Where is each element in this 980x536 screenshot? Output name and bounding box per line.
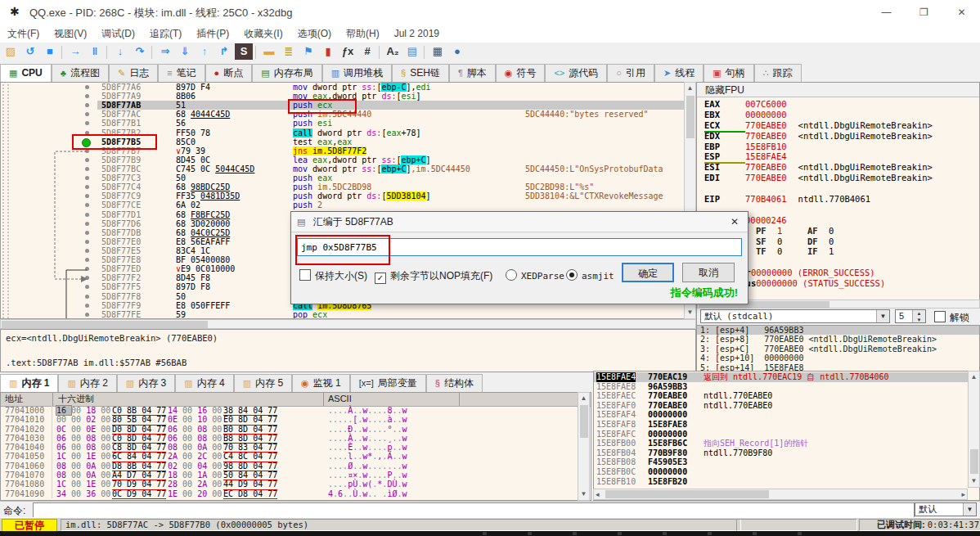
tab-threads[interactable]: ➤线程 — [654, 64, 704, 82]
function-icon[interactable]: ƒx — [339, 43, 357, 60]
stack-hscrollbar[interactable]: ◂ ▸ — [593, 489, 968, 500]
tab-breakpoints[interactable]: ●断点 — [205, 64, 253, 82]
memory-row[interactable]: 770410801C 00 1E 0070 D9 04 7728 00 2A 0… — [1, 480, 591, 489]
animate-into-icon[interactable]: ⇓ — [176, 43, 194, 60]
tab-memory-map[interactable]: ▤内存布局 — [252, 64, 321, 82]
strings-icon[interactable]: S — [235, 43, 253, 60]
tab-watch-1[interactable]: ◉监视 1 — [292, 374, 350, 392]
memory-row[interactable]: 770410501C 00 1E 006C 84 04 772A 00 2C 0… — [1, 452, 591, 461]
stack-row[interactable]: 15E8FB0015E8FB6C指向SEH_Record[1]的指针 — [594, 439, 979, 448]
close-button[interactable]: ✕ — [943, 0, 980, 25]
stepper-arrows-icon[interactable]: ▲▼ — [912, 310, 925, 322]
hash-icon[interactable]: # — [358, 43, 376, 60]
stack-row[interactable]: 15E8FAF0770EABE0ntdll.770EABE0 — [594, 401, 979, 411]
memory-dump-panel[interactable]: 地址 十六进制 ASCII 7704100016 00 18 00C0 8B 0… — [0, 392, 591, 501]
tab-dump-4[interactable]: ▥内存 4 — [175, 374, 233, 392]
argument-row[interactable]: 3: [esp+C] 770EABE0 <ntdll.DbgUiRemoteBr… — [697, 345, 979, 354]
unlock-checkbox[interactable]: 解锁 — [934, 311, 969, 325]
memory-row[interactable]: 7704107008 00 0A 00A4 D7 04 7718 00 1A 0… — [1, 471, 591, 480]
dialog-close-icon[interactable]: ✕ — [723, 212, 746, 232]
menu-item[interactable]: 追踪(T) — [142, 25, 189, 43]
stop-icon[interactable]: ■ — [41, 43, 59, 60]
argument-row[interactable]: 1: [esp+4] 96A59BB3 — [697, 326, 979, 335]
minimize-button[interactable]: — — [868, 0, 905, 25]
memory-map-globe-icon[interactable]: ● — [448, 43, 466, 60]
tab-log[interactable]: ✎日志 — [109, 64, 158, 82]
stack-panel[interactable]: 15E8FAE4770EAC19返回到 ntdll.770EAC19 自 ntd… — [593, 371, 980, 501]
menu-item[interactable]: 视图(V) — [47, 25, 94, 43]
taskbar-icon[interactable] — [528, 532, 532, 535]
convention-select[interactable]: 默认 (stdcall) ▼ — [700, 309, 890, 323]
disasm-row[interactable]: 5D8F77C350push eax — [1, 173, 696, 182]
tab-struct[interactable]: §结构体 — [426, 374, 483, 392]
taskbar-icon[interactable] — [618, 532, 622, 535]
dialog-title-bar[interactable]: ▤ 汇编于 5D8F77AB ✕ — [291, 212, 748, 232]
bookmark-icon[interactable]: ▮ — [319, 43, 337, 60]
run-until-icon[interactable]: ⇒ — [156, 43, 174, 60]
pause-icon[interactable]: ‖ — [86, 43, 104, 60]
taskbar-icon[interactable] — [663, 532, 667, 535]
memory-row[interactable]: 7704100016 00 18 00C0 8B 04 7714 00 16 0… — [1, 406, 591, 415]
build-date[interactable]: Jul 2 2019 — [387, 25, 447, 42]
disasm-row[interactable]: 5D8F77BCC745 0C 5044C45Dmov dword ptr ss… — [1, 164, 696, 173]
patch-icon[interactable]: ▬ — [260, 43, 278, 60]
register-row[interactable]: EIP770B4061ntdll.770B4061 — [697, 194, 979, 205]
disasm-hscrollbar[interactable] — [0, 319, 696, 329]
stack-vscrollbar[interactable]: ▲▼ — [968, 371, 980, 488]
keep-size-checkbox[interactable]: 保持大小(S) — [299, 269, 367, 283]
register-row[interactable]: ECX770EABE0<ntdll.DbgUiRemoteBreakin> — [697, 120, 979, 131]
register-row[interactable]: EBX00000000 — [697, 110, 979, 120]
disasm-row[interactable]: 5D8F77B156push esi — [1, 119, 696, 128]
disasm-row[interactable]: 5D8F77C9FF35 0481D35Dpush dword ptr ds:[… — [1, 191, 696, 200]
tab-references[interactable]: ○引用 — [607, 64, 654, 82]
fpu-toggle[interactable]: 隐藏FPU — [697, 83, 979, 97]
stack-row[interactable]: 15E8FAFC00000000 — [594, 430, 979, 439]
argument-row[interactable]: 4: [esp+10] 00000000 — [697, 354, 979, 363]
stack-row[interactable]: 15E8FAE4770EAC19返回到 ntdll.770EAC19 自 ntd… — [594, 372, 979, 382]
memory-vscrollbar[interactable]: ▲▼ — [578, 392, 590, 501]
comment-icon[interactable]: ≣ — [280, 43, 298, 60]
stack-row[interactable]: 15E8FB04770B9F80ntdll.770B9F80 — [594, 448, 979, 458]
memory-row[interactable]: 7704101000 00 02 0080 5B 04 770E 00 10 0… — [1, 415, 591, 424]
tab-call-stack[interactable]: ▥调用堆栈 — [322, 64, 392, 82]
stack-row[interactable]: 15E8FB1015E8FB20 — [594, 477, 979, 487]
stack-row[interactable]: 15E8FAF400000000 — [594, 410, 979, 420]
disasm-row[interactable]: 5D8F77A6897D F4mov dword ptr ss:[ebp-C],… — [1, 83, 696, 92]
step-out-icon[interactable]: ↑ — [196, 43, 214, 60]
open-file-icon[interactable]: ▨ — [2, 43, 20, 60]
memory-row[interactable]: 770410200C 00 0E 00D0 8D 04 7706 00 08 0… — [1, 425, 591, 434]
register-row[interactable]: ESP15E8FAE4 — [697, 151, 979, 162]
tab-dump-3[interactable]: ▥内存 3 — [117, 374, 175, 392]
nop-fill-checkbox[interactable]: ✓剩余字节以NOP填充(F) — [375, 269, 492, 284]
tab-dump-5[interactable]: ▥内存 5 — [234, 374, 292, 392]
run-icon[interactable]: → — [66, 43, 84, 60]
menu-item[interactable]: 帮助(H) — [339, 25, 387, 43]
tab-graph[interactable]: ♣流程图 — [52, 64, 109, 82]
tab-script[interactable]: ¶脚本 — [449, 64, 496, 82]
tab-locals[interactable]: [x=]局部变量 — [350, 374, 426, 392]
disasm-row[interactable]: 5D8F77B98D45 0Clea eax,dword ptr ss:[ebp… — [1, 155, 696, 164]
register-row[interactable]: EDX770EABE0<ntdll.DbgUiRemoteBreakin> — [697, 131, 979, 142]
chevron-down-icon[interactable]: ▼ — [963, 503, 976, 516]
run-to-user-code-icon[interactable]: ↱ — [215, 43, 233, 60]
tab-dump-1[interactable]: ▥内存 1 — [0, 374, 58, 394]
tab-trace[interactable]: ∴跟踪 — [754, 64, 802, 82]
tab-notes[interactable]: ≡笔记 — [158, 64, 205, 82]
taskbar-icon[interactable] — [753, 532, 757, 535]
taskbar-icon[interactable] — [798, 532, 802, 535]
memory-row[interactable]: 7704103006 00 08 00C0 8D 04 7706 00 08 0… — [1, 434, 591, 443]
ok-button[interactable]: 确定 — [622, 263, 674, 282]
menu-item[interactable]: 插件(P) — [189, 25, 236, 43]
windows-taskbar[interactable] — [0, 531, 980, 536]
command-profile-select[interactable]: 默认▼ — [915, 502, 977, 516]
arguments-panel[interactable]: 1: [esp+4] 96A59BB32: [esp+8] 770EABE0 <… — [696, 325, 980, 372]
register-row[interactable]: ESI770EABE0<ntdll.DbgUiRemoteBreakin> — [697, 162, 979, 173]
asmjit-radio[interactable]: asmjit — [566, 269, 614, 282]
chevron-down-icon[interactable]: ▼ — [876, 310, 889, 322]
tab-handles[interactable]: ▣句柄 — [704, 64, 753, 82]
command-input[interactable] — [33, 502, 915, 519]
xedparse-radio[interactable]: XEDParse — [506, 269, 564, 282]
memory-row[interactable]: 7704109034 00 36 000C D9 04 771E 00 20 0… — [1, 489, 591, 498]
register-row[interactable]: EAX007C6000 — [697, 99, 979, 110]
stack-row[interactable]: 15E8FAF815E8FAE8 — [594, 420, 979, 430]
